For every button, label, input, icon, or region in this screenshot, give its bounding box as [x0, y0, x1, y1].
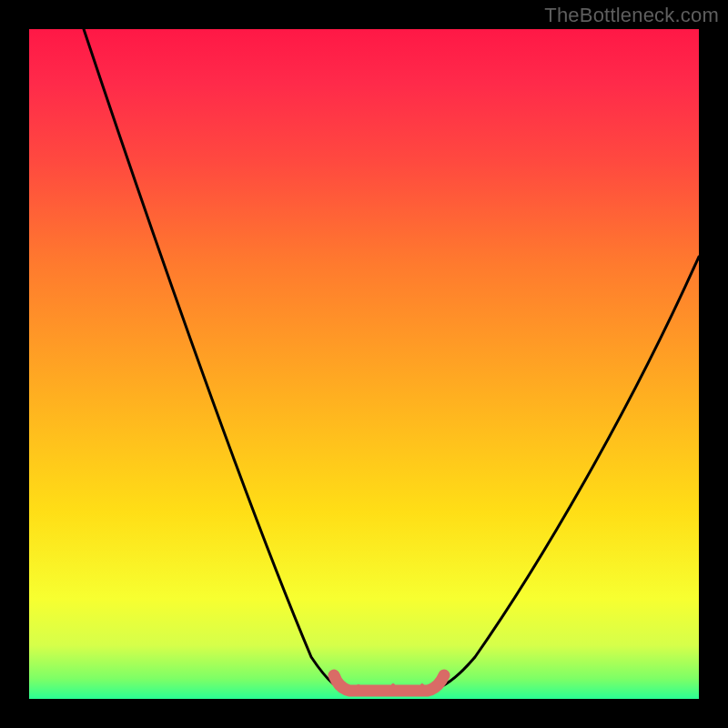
- sweet-spot-marker: [334, 675, 444, 691]
- plot-area: [29, 29, 699, 699]
- bottleneck-curve: [29, 29, 699, 699]
- watermark-text: TheBottleneck.com: [544, 4, 719, 27]
- curve-path: [84, 29, 699, 691]
- chart-stage: TheBottleneck.com: [0, 0, 728, 728]
